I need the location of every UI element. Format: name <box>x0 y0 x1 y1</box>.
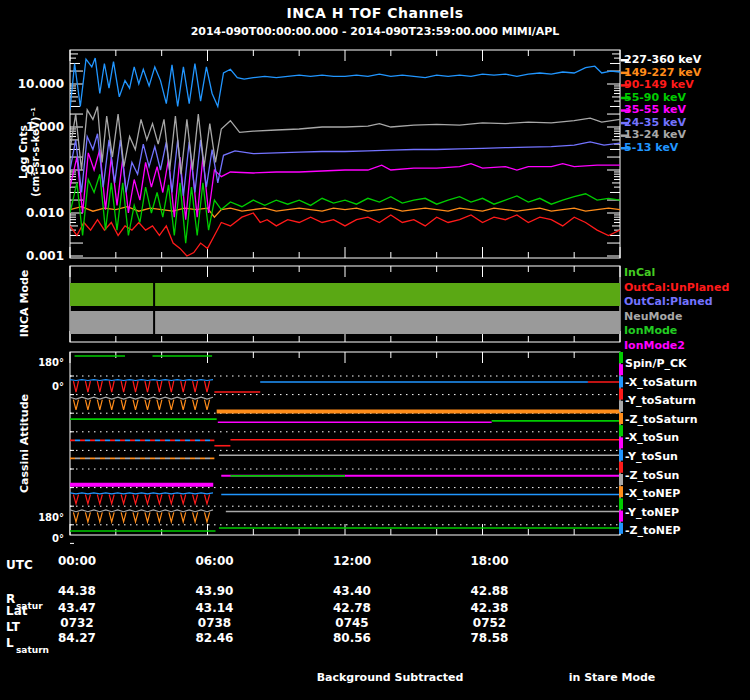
tof-legend-item: 149-227 keV <box>624 66 701 79</box>
utc-tick-label: 12:00 <box>322 554 382 568</box>
ephemeris-value: 82.46 <box>180 631 250 645</box>
ephemeris-value: 84.27 <box>42 631 112 645</box>
tof-ytick-label: 0.100 <box>0 163 64 177</box>
attitude-legend-item: -Y_toSaturn <box>625 394 696 407</box>
ephemeris-value: 43.47 <box>42 601 112 615</box>
ephemeris-row-sublabel: saturn <box>16 645 49 655</box>
attitude-legend-item: -Z_toSun <box>625 469 679 482</box>
utc-label: UTC <box>6 558 33 572</box>
tof-legend-item: 13-24 keV <box>624 128 686 141</box>
tof-legend-item: 90-149 keV <box>624 78 694 91</box>
attitude-legend-item: -X_toSaturn <box>625 376 697 389</box>
attitude-legend-item: -X_toSun <box>625 431 679 444</box>
ephemeris-value: 78.58 <box>455 631 525 645</box>
mode-legend-item: InCal <box>624 266 655 279</box>
ephemeris-value: 42.78 <box>317 601 387 615</box>
tof-legend-item: 55-90 keV <box>624 91 686 104</box>
utc-tick-label: 06:00 <box>185 554 245 568</box>
footnote-background-subtracted: Background Subtracted <box>300 671 480 684</box>
attitude-legend-item: Spin/P_CK <box>625 357 687 370</box>
attitude-ytick-label: 0° <box>0 381 64 392</box>
ephemeris-value: 80.56 <box>317 631 387 645</box>
ephemeris-value: 0752 <box>455 616 525 630</box>
attitude-legend-item: -X_toNEP <box>625 487 680 500</box>
mode-legend-item: NeuMode <box>624 310 682 323</box>
tof-legend-item: 227-360 keV <box>624 53 701 66</box>
ephemeris-value: 0738 <box>180 616 250 630</box>
utc-tick-label: 18:00 <box>460 554 520 568</box>
tof-legend-item: 24-35 keV <box>624 116 686 129</box>
ephemeris-row-label: Lat <box>6 604 27 618</box>
ephemeris-value: 0745 <box>317 616 387 630</box>
mode-legend-item: OutCal:UnPlaned <box>624 281 729 294</box>
tof-ytick-label: 0.010 <box>0 206 64 220</box>
attitude-legend-item: -Z_toSaturn <box>625 413 698 426</box>
ephemeris-value: 43.90 <box>180 584 250 598</box>
ephemeris-row-label: LT <box>6 620 20 634</box>
ephemeris-value: 0732 <box>42 616 112 630</box>
mode-legend-item: IonMode <box>624 324 677 337</box>
attitude-ytick-label: 180° <box>0 512 64 523</box>
ephemeris-value: 44.38 <box>42 584 112 598</box>
footnote-stare-mode: in Stare Mode <box>552 671 672 684</box>
attitude-ytick-label: 180° <box>0 357 64 368</box>
mode-legend-item: OutCal:Planed <box>624 295 713 308</box>
attitude-ytick-label: 0° <box>0 533 64 544</box>
tof-legend-item: 5-13 keV <box>624 141 678 154</box>
ephemeris-value: 42.88 <box>455 584 525 598</box>
attitude-legend-item: -Y_toSun <box>625 450 678 463</box>
tof-ytick-label: 0.001 <box>0 249 64 263</box>
tof-ytick-label: 10.000 <box>0 77 64 91</box>
ephemeris-row-label: L <box>6 636 14 650</box>
attitude-legend-item: -Z_toNEP <box>625 524 681 537</box>
ephemeris-value: 43.14 <box>180 601 250 615</box>
utc-tick-label: 00:00 <box>47 554 107 568</box>
mode-legend-item: IonMode2 <box>624 339 685 352</box>
plot-canvas: INCA H TOF Channels 2014-090T00:00:00.00… <box>0 0 750 700</box>
attitude-legend-item: -Y_toNEP <box>625 506 679 519</box>
ephemeris-value: 42.38 <box>455 601 525 615</box>
ephemeris-value: 43.40 <box>317 584 387 598</box>
tof-legend-item: 35-55 keV <box>624 103 686 116</box>
tof-ytick-label: 1.000 <box>0 120 64 134</box>
